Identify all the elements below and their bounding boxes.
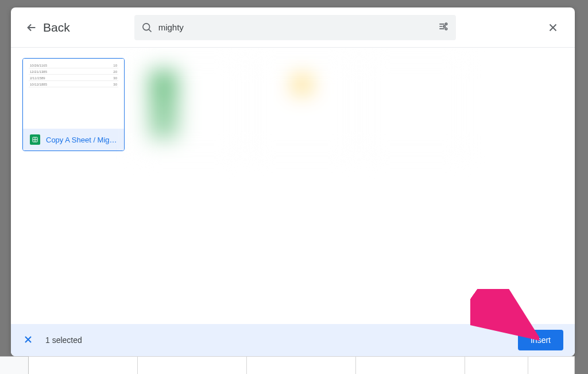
- insert-button[interactable]: Insert: [518, 330, 563, 350]
- svg-point-0: [143, 23, 150, 30]
- file-card-footer: Copy A Sheet / Migh…: [23, 129, 124, 151]
- file-name: Copy A Sheet / Migh…: [46, 136, 117, 144]
- close-button[interactable]: [545, 20, 561, 36]
- svg-point-3: [445, 28, 447, 29]
- search-input[interactable]: [158, 22, 432, 32]
- dialog-body: 10/26/116510 12/21/138520 2/11/158930 10…: [11, 48, 575, 324]
- deselect-button[interactable]: [22, 334, 35, 346]
- file-card-selected[interactable]: 10/26/116510 12/21/138520 2/11/158930 10…: [22, 58, 125, 151]
- search-box[interactable]: [134, 15, 456, 40]
- back-button[interactable]: Back: [25, 21, 70, 34]
- filter-options-icon[interactable]: [438, 21, 449, 34]
- svg-point-1: [445, 23, 447, 25]
- google-sheets-icon: [30, 134, 40, 145]
- search-icon: [141, 22, 153, 33]
- dialog-header: Back: [11, 7, 575, 48]
- svg-point-2: [443, 25, 445, 27]
- blurred-content: [137, 58, 493, 207]
- file-thumbnail: 10/26/116510 12/21/138520 2/11/158930 10…: [23, 59, 124, 129]
- file-picker-dialog: Back 10/26/116510 12/21/138520 2/11/1589…: [11, 7, 575, 356]
- back-arrow-icon: [25, 21, 38, 34]
- back-label: Back: [43, 21, 70, 34]
- spreadsheet-grid-peek: [0, 356, 575, 374]
- dialog-footer: 1 selected Insert: [11, 324, 575, 356]
- selected-count: 1 selected: [45, 336, 82, 345]
